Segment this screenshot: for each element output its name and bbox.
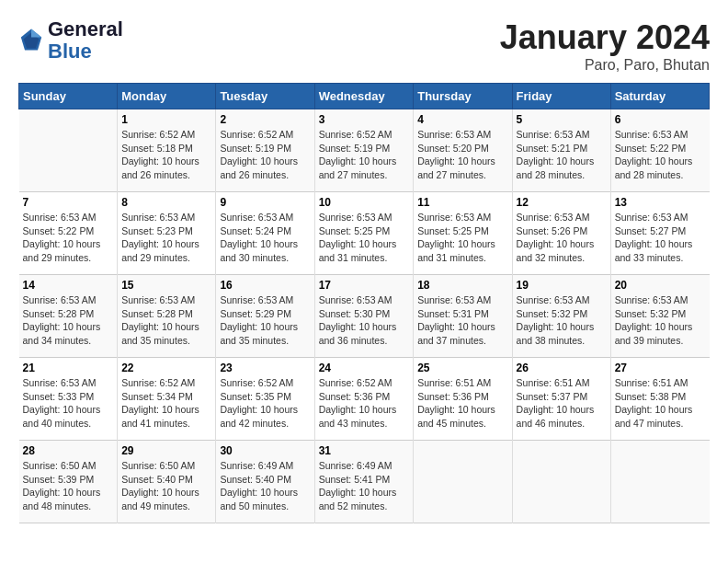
calendar-cell: [512, 441, 610, 523]
day-number: 20: [615, 279, 706, 292]
calendar-cell: 3Sunrise: 6:52 AMSunset: 5:19 PMDaylight…: [314, 109, 414, 192]
calendar-cell: 27Sunrise: 6:51 AMSunset: 5:38 PMDayligh…: [610, 358, 709, 441]
col-friday: Friday: [512, 84, 610, 109]
day-number: 30: [220, 444, 310, 457]
logo-text: General Blue: [48, 18, 123, 63]
day-number: 22: [121, 362, 211, 374]
day-info: Sunrise: 6:53 AMSunset: 5:32 PMDaylight:…: [517, 293, 607, 348]
calendar-cell: 9Sunrise: 6:53 AMSunset: 5:24 PMDaylight…: [216, 192, 314, 275]
page-subtitle: Paro, Paro, Bhutan: [500, 57, 710, 74]
day-number: 10: [319, 196, 410, 209]
day-number: 17: [319, 279, 410, 292]
day-number: 6: [615, 113, 706, 126]
calendar-week-row: 7Sunrise: 6:53 AMSunset: 5:22 PMDaylight…: [19, 192, 710, 275]
day-number: 7: [23, 196, 114, 209]
page-header: General Blue January 2024 Paro, Paro, Bh…: [18, 18, 710, 74]
day-info: Sunrise: 6:53 AMSunset: 5:21 PMDaylight:…: [517, 128, 607, 182]
calendar-cell: 1Sunrise: 6:52 AMSunset: 5:18 PMDaylight…: [118, 109, 216, 192]
day-number: 3: [319, 113, 410, 126]
day-info: Sunrise: 6:52 AMSunset: 5:18 PMDaylight:…: [121, 128, 211, 182]
day-number: 12: [517, 196, 607, 209]
calendar-cell: 30Sunrise: 6:49 AMSunset: 5:40 PMDayligh…: [216, 441, 314, 523]
day-number: 13: [615, 196, 706, 209]
day-number: 25: [417, 362, 507, 374]
day-number: 24: [319, 362, 410, 374]
day-number: 29: [121, 444, 211, 457]
day-info: Sunrise: 6:51 AMSunset: 5:37 PMDaylight:…: [517, 376, 607, 431]
calendar-cell: 4Sunrise: 6:53 AMSunset: 5:20 PMDaylight…: [414, 109, 512, 192]
calendar-cell: 2Sunrise: 6:52 AMSunset: 5:19 PMDaylight…: [216, 109, 314, 192]
col-saturday: Saturday: [610, 84, 709, 109]
day-info: Sunrise: 6:53 AMSunset: 5:24 PMDaylight:…: [220, 211, 310, 265]
day-number: 23: [220, 362, 310, 374]
day-info: Sunrise: 6:53 AMSunset: 5:33 PMDaylight:…: [23, 376, 114, 431]
calendar-cell: 10Sunrise: 6:53 AMSunset: 5:25 PMDayligh…: [314, 192, 414, 275]
day-number: 18: [417, 279, 507, 292]
calendar-week-row: 14Sunrise: 6:53 AMSunset: 5:28 PMDayligh…: [19, 275, 710, 358]
day-number: 9: [220, 196, 310, 209]
day-info: Sunrise: 6:53 AMSunset: 5:30 PMDaylight:…: [319, 293, 410, 348]
day-info: Sunrise: 6:49 AMSunset: 5:41 PMDaylight:…: [319, 459, 410, 513]
day-number: 5: [517, 113, 607, 126]
calendar-cell: 7Sunrise: 6:53 AMSunset: 5:22 PMDaylight…: [19, 192, 118, 275]
col-monday: Monday: [118, 84, 216, 109]
day-number: 11: [417, 196, 507, 209]
day-info: Sunrise: 6:49 AMSunset: 5:40 PMDaylight:…: [220, 459, 310, 513]
col-sunday: Sunday: [19, 84, 118, 109]
calendar-cell: 11Sunrise: 6:53 AMSunset: 5:25 PMDayligh…: [414, 192, 512, 275]
day-info: Sunrise: 6:52 AMSunset: 5:19 PMDaylight:…: [220, 128, 310, 182]
day-info: Sunrise: 6:53 AMSunset: 5:23 PMDaylight:…: [121, 211, 211, 265]
day-info: Sunrise: 6:51 AMSunset: 5:36 PMDaylight:…: [417, 376, 507, 431]
calendar-week-row: 1Sunrise: 6:52 AMSunset: 5:18 PMDaylight…: [19, 109, 710, 192]
day-info: Sunrise: 6:52 AMSunset: 5:36 PMDaylight:…: [319, 376, 410, 431]
calendar-cell: 31Sunrise: 6:49 AMSunset: 5:41 PMDayligh…: [314, 441, 414, 523]
day-info: Sunrise: 6:52 AMSunset: 5:35 PMDaylight:…: [220, 376, 310, 431]
calendar-cell: 22Sunrise: 6:52 AMSunset: 5:34 PMDayligh…: [118, 358, 216, 441]
day-number: 14: [23, 279, 114, 292]
page-title: January 2024: [500, 18, 710, 57]
calendar-cell: [414, 441, 512, 523]
day-info: Sunrise: 6:53 AMSunset: 5:26 PMDaylight:…: [517, 211, 607, 265]
calendar-cell: 23Sunrise: 6:52 AMSunset: 5:35 PMDayligh…: [216, 358, 314, 441]
day-info: Sunrise: 6:52 AMSunset: 5:34 PMDaylight:…: [121, 376, 211, 431]
calendar-cell: 14Sunrise: 6:53 AMSunset: 5:28 PMDayligh…: [19, 275, 118, 358]
day-number: 28: [23, 444, 114, 457]
day-info: Sunrise: 6:52 AMSunset: 5:19 PMDaylight:…: [319, 128, 410, 182]
day-number: 31: [319, 444, 410, 457]
day-number: 27: [615, 362, 706, 374]
calendar-cell: 13Sunrise: 6:53 AMSunset: 5:27 PMDayligh…: [610, 192, 709, 275]
calendar-week-row: 28Sunrise: 6:50 AMSunset: 5:39 PMDayligh…: [19, 441, 710, 523]
day-number: 26: [517, 362, 607, 374]
calendar-cell: 21Sunrise: 6:53 AMSunset: 5:33 PMDayligh…: [19, 358, 118, 441]
day-number: 8: [121, 196, 211, 209]
day-info: Sunrise: 6:53 AMSunset: 5:27 PMDaylight:…: [615, 211, 706, 265]
calendar-cell: 15Sunrise: 6:53 AMSunset: 5:28 PMDayligh…: [118, 275, 216, 358]
calendar-cell: 8Sunrise: 6:53 AMSunset: 5:23 PMDaylight…: [118, 192, 216, 275]
calendar-cell: 26Sunrise: 6:51 AMSunset: 5:37 PMDayligh…: [512, 358, 610, 441]
logo-icon: [18, 28, 44, 53]
calendar-cell: 19Sunrise: 6:53 AMSunset: 5:32 PMDayligh…: [512, 275, 610, 358]
day-number: 15: [121, 279, 211, 292]
day-number: 2: [220, 113, 310, 126]
calendar-cell: 12Sunrise: 6:53 AMSunset: 5:26 PMDayligh…: [512, 192, 610, 275]
day-info: Sunrise: 6:53 AMSunset: 5:20 PMDaylight:…: [417, 128, 507, 182]
day-info: Sunrise: 6:53 AMSunset: 5:25 PMDaylight:…: [417, 211, 507, 265]
col-thursday: Thursday: [414, 84, 512, 109]
calendar-week-row: 21Sunrise: 6:53 AMSunset: 5:33 PMDayligh…: [19, 358, 710, 441]
day-number: 1: [121, 113, 211, 126]
day-info: Sunrise: 6:51 AMSunset: 5:38 PMDaylight:…: [615, 376, 706, 431]
col-tuesday: Tuesday: [216, 84, 314, 109]
day-info: Sunrise: 6:53 AMSunset: 5:22 PMDaylight:…: [615, 128, 706, 182]
day-number: 19: [517, 279, 607, 292]
calendar-table: Sunday Monday Tuesday Wednesday Thursday…: [18, 83, 710, 523]
calendar-cell: 17Sunrise: 6:53 AMSunset: 5:30 PMDayligh…: [314, 275, 414, 358]
day-info: Sunrise: 6:50 AMSunset: 5:40 PMDaylight:…: [121, 459, 211, 513]
day-info: Sunrise: 6:53 AMSunset: 5:28 PMDaylight:…: [23, 293, 114, 348]
day-info: Sunrise: 6:53 AMSunset: 5:28 PMDaylight:…: [121, 293, 211, 348]
calendar-cell: [19, 109, 118, 192]
calendar-cell: 20Sunrise: 6:53 AMSunset: 5:32 PMDayligh…: [610, 275, 709, 358]
day-info: Sunrise: 6:53 AMSunset: 5:25 PMDaylight:…: [319, 211, 410, 265]
calendar-cell: 28Sunrise: 6:50 AMSunset: 5:39 PMDayligh…: [19, 441, 118, 523]
day-number: 4: [417, 113, 507, 126]
calendar-cell: 16Sunrise: 6:53 AMSunset: 5:29 PMDayligh…: [216, 275, 314, 358]
